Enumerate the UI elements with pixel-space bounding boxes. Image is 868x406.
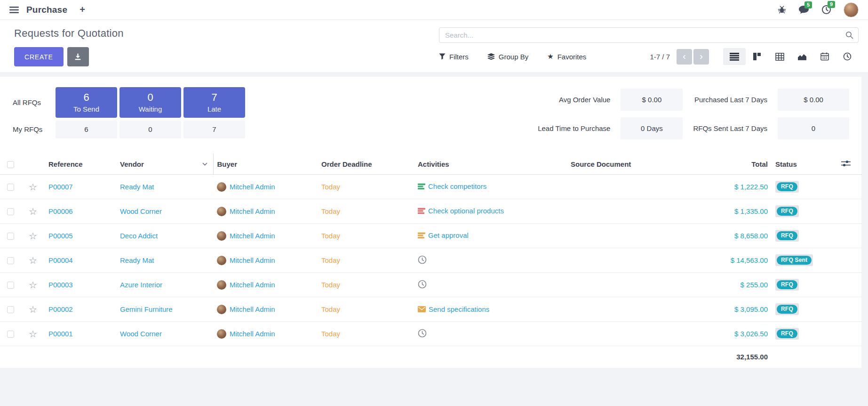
row-checkbox[interactable] bbox=[7, 282, 14, 289]
page-title: Requests for Quotation bbox=[14, 27, 124, 40]
table-row[interactable]: ☆ P00004 Ready Mat Mitchell Admin Today … bbox=[0, 248, 862, 273]
activity-label[interactable]: Check optional products bbox=[428, 207, 504, 215]
card-to-send[interactable]: 6 To Send bbox=[56, 87, 117, 118]
buyer-link[interactable]: Mitchell Admin bbox=[230, 256, 275, 264]
vendor-link[interactable]: Ready Mat bbox=[120, 183, 154, 191]
search-box bbox=[439, 27, 859, 43]
activity-view-button[interactable] bbox=[836, 48, 859, 65]
activity-label[interactable]: Check competitors bbox=[428, 182, 486, 190]
calendar-view-button[interactable] bbox=[813, 48, 836, 65]
column-header-reference[interactable]: Reference bbox=[45, 154, 116, 175]
my-late-count[interactable]: 7 bbox=[183, 121, 245, 138]
group-by-button[interactable]: Group By bbox=[487, 53, 528, 61]
favorite-star-icon[interactable]: ☆ bbox=[29, 206, 37, 217]
favorite-star-icon[interactable]: ☆ bbox=[29, 329, 37, 339]
reference-link[interactable]: P00004 bbox=[48, 256, 73, 264]
vendor-link[interactable]: Wood Corner bbox=[120, 330, 162, 338]
graph-view-icon bbox=[797, 53, 807, 60]
column-header-total[interactable]: Total bbox=[694, 154, 772, 175]
hamburger-menu-icon[interactable] bbox=[9, 6, 19, 14]
user-avatar[interactable] bbox=[844, 2, 859, 17]
vendor-link[interactable]: Wood Corner bbox=[120, 207, 162, 215]
buyer-link[interactable]: Mitchell Admin bbox=[230, 305, 275, 313]
clock-icon[interactable] bbox=[418, 329, 427, 338]
card-waiting[interactable]: 0 Waiting bbox=[119, 87, 181, 118]
activity-label[interactable]: Get approval bbox=[428, 231, 469, 239]
column-header-status[interactable]: Status bbox=[772, 154, 837, 175]
column-header-vendor[interactable]: Vendor bbox=[116, 154, 213, 175]
pager-previous-button[interactable]: ‹ bbox=[677, 49, 692, 65]
reference-link[interactable]: P00002 bbox=[48, 305, 73, 313]
buyer-link[interactable]: Mitchell Admin bbox=[230, 330, 275, 338]
reference-link[interactable]: P00001 bbox=[48, 330, 73, 338]
reference-link[interactable]: P00005 bbox=[48, 232, 73, 240]
row-checkbox[interactable] bbox=[7, 257, 14, 264]
clock-icon[interactable] bbox=[418, 280, 427, 289]
messages-count-badge: 5 bbox=[804, 1, 812, 8]
favorites-star-icon: ★ bbox=[547, 52, 553, 61]
table-row[interactable]: ☆ P00005 Deco Addict Mitchell Admin Toda… bbox=[0, 224, 862, 248]
status-badge: RFQ bbox=[775, 328, 799, 340]
row-checkbox[interactable] bbox=[7, 331, 14, 338]
row-checkbox[interactable] bbox=[7, 208, 14, 215]
list-view-button[interactable] bbox=[723, 48, 746, 65]
create-button[interactable]: CREATE bbox=[14, 47, 64, 66]
table-row[interactable]: ☆ P00002 Gemini Furniture Mitchell Admin… bbox=[0, 297, 862, 322]
search-icon[interactable] bbox=[845, 31, 853, 41]
buyer-avatar bbox=[217, 280, 226, 290]
tasks-icon[interactable] bbox=[418, 232, 425, 239]
filters-button[interactable]: Filters bbox=[439, 53, 469, 61]
buyer-link[interactable]: Mitchell Admin bbox=[230, 281, 275, 289]
row-checkbox[interactable] bbox=[7, 306, 14, 313]
clock-icon[interactable] bbox=[418, 255, 427, 264]
pivot-view-button[interactable] bbox=[768, 48, 791, 65]
messages-icon[interactable]: 5 bbox=[798, 5, 809, 14]
favorite-star-icon[interactable]: ☆ bbox=[29, 280, 37, 290]
optional-columns-icon[interactable] bbox=[841, 160, 851, 167]
envelope-icon[interactable] bbox=[418, 306, 426, 312]
favorite-star-icon[interactable]: ☆ bbox=[29, 255, 37, 266]
my-to-send-count[interactable]: 6 bbox=[56, 121, 117, 138]
activities-clock-icon[interactable]: 9 bbox=[821, 5, 831, 15]
favorites-button[interactable]: ★ Favorites bbox=[547, 52, 586, 61]
reference-link[interactable]: P00006 bbox=[48, 207, 73, 215]
table-row[interactable]: ☆ P00006 Wood Corner Mitchell Admin Toda… bbox=[0, 199, 862, 224]
buyer-link[interactable]: Mitchell Admin bbox=[230, 232, 275, 240]
activity-label[interactable]: Send specifications bbox=[429, 305, 489, 313]
reference-link[interactable]: P00003 bbox=[48, 281, 73, 289]
column-header-activities[interactable]: Activities bbox=[414, 154, 567, 175]
column-header-buyer[interactable]: Buyer bbox=[213, 154, 318, 175]
favorite-star-icon[interactable]: ☆ bbox=[29, 231, 37, 241]
pager-next-button[interactable]: › bbox=[693, 49, 709, 65]
table-row[interactable]: ☆ P00001 Wood Corner Mitchell Admin Toda… bbox=[0, 322, 862, 346]
order-deadline: Today bbox=[321, 305, 340, 313]
row-checkbox[interactable] bbox=[7, 184, 14, 191]
column-header-source-document[interactable]: Source Document bbox=[567, 154, 694, 175]
tasks-icon[interactable] bbox=[418, 208, 425, 214]
vendor-link[interactable]: Gemini Furniture bbox=[120, 305, 173, 313]
export-download-button[interactable] bbox=[67, 47, 89, 66]
tasks-icon[interactable] bbox=[418, 183, 425, 190]
buyer-link[interactable]: Mitchell Admin bbox=[230, 207, 275, 215]
graph-view-button[interactable] bbox=[791, 48, 813, 65]
reference-link[interactable]: P00007 bbox=[48, 183, 73, 191]
vendor-link[interactable]: Azure Interior bbox=[120, 281, 162, 289]
favorite-star-icon[interactable]: ☆ bbox=[29, 304, 37, 315]
card-late[interactable]: 7 Late bbox=[183, 87, 245, 118]
buyer-link[interactable]: Mitchell Admin bbox=[230, 183, 275, 191]
table-row[interactable]: ☆ P00003 Azure Interior Mitchell Admin T… bbox=[0, 273, 862, 297]
column-header-order-deadline[interactable]: Order Deadline bbox=[318, 154, 414, 175]
select-all-checkbox[interactable] bbox=[7, 161, 14, 168]
debug-bug-icon[interactable] bbox=[778, 6, 786, 14]
my-waiting-count[interactable]: 0 bbox=[119, 121, 181, 138]
search-input[interactable] bbox=[439, 27, 859, 43]
row-checkbox[interactable] bbox=[7, 233, 14, 240]
vendor-link[interactable]: Deco Addict bbox=[120, 232, 158, 240]
purchase-dashboard: All RFQs 6 To Send 0 Waiting 7 Late My R… bbox=[0, 77, 861, 154]
app-name[interactable]: Purchase bbox=[26, 5, 67, 15]
new-tab-button[interactable]: + bbox=[80, 4, 85, 15]
table-row[interactable]: ☆ P00007 Ready Mat Mitchell Admin Today … bbox=[0, 175, 862, 199]
favorite-star-icon[interactable]: ☆ bbox=[29, 182, 37, 192]
kanban-view-button[interactable] bbox=[746, 48, 768, 65]
vendor-link[interactable]: Ready Mat bbox=[120, 256, 154, 264]
